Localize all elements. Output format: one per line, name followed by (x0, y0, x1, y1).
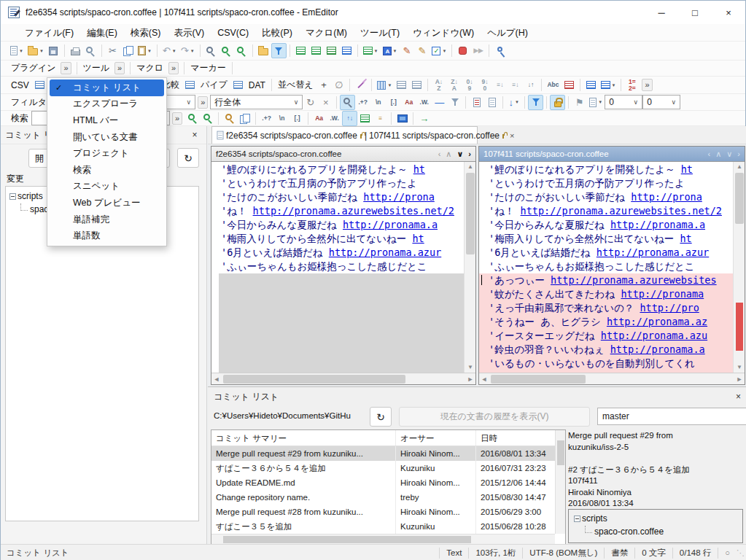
table-reload-button[interactable] (308, 43, 324, 58)
url-link[interactable]: http://pronama.azu (601, 330, 707, 341)
scrollbar-thumb[interactable] (491, 375, 586, 384)
csv-standard-button[interactable] (32, 77, 47, 93)
table-vertical-scrollbar[interactable] (555, 430, 565, 534)
scroll-left-icon[interactable]: ◄ (211, 373, 222, 385)
plugin-menu-item[interactable]: スニペット (50, 179, 164, 195)
record-macro-button[interactable] (455, 43, 470, 58)
right-vertical-scrollbar[interactable]: ▲ ▼ (733, 162, 745, 373)
scroll-down-icon[interactable]: ▼ (734, 362, 745, 373)
commit-panel-close-button[interactable]: × (736, 392, 741, 402)
find-next2-button[interactable] (200, 111, 215, 126)
url-link[interactable]: http://pronama.azur (329, 246, 441, 258)
menu-ツール(T)[interactable]: ツール(T) (354, 25, 406, 41)
table-open-button[interactable] (339, 43, 354, 58)
search-overflow-overflow-button[interactable]: » (172, 112, 182, 125)
commit-table-row[interactable]: Merge pull request #28 from kuzuniku...H… (211, 505, 565, 519)
url-link[interactable]: http://pronama.azurewebsites.net/2 (253, 205, 454, 217)
search-separator-button[interactable]: [.] (290, 111, 305, 126)
scroll-right-icon[interactable]: ► (465, 373, 475, 385)
plugin-menu-item[interactable]: 単語補完 (50, 211, 164, 228)
prev-diff-icon[interactable]: ‹ (438, 149, 441, 159)
url-link[interactable]: http://pronama.a (343, 219, 438, 230)
expand-collapse-icon[interactable] (572, 516, 582, 522)
filter-refresh-button[interactable]: ↻ (303, 95, 318, 110)
column-header[interactable]: コミット サマリー (211, 430, 396, 446)
filter-options-button[interactable]: ▼ (587, 95, 605, 110)
filter-case-button[interactable]: Aa (401, 95, 416, 110)
minimize-button[interactable]: ─ (645, 1, 678, 24)
filter-apply-button[interactable] (340, 95, 355, 110)
plugin-menu-item[interactable]: Web プレビュー (50, 195, 164, 211)
filter-escape-button[interactable]: \n (370, 95, 386, 110)
column-edit-button[interactable] (394, 77, 409, 93)
left-pane-body[interactable]: '鯉のぼりになれるアプリを開発したよ～ ht'というわけで五月病の予防アプリ作っ… (211, 162, 475, 373)
sort-none-button[interactable]: ∅ (331, 77, 346, 93)
sync-status-icon[interactable]: ○ (718, 548, 737, 559)
search-go-button[interactable]: → (416, 111, 432, 126)
find-all-button[interactable] (222, 111, 237, 126)
url-link[interactable]: http://prona (631, 191, 702, 203)
left-vertical-scrollbar[interactable]: ▲ ▼ (464, 162, 475, 373)
table-sync-button[interactable] (324, 43, 339, 58)
filter-scope-combobox[interactable]: 行全体∨ (210, 95, 303, 109)
toolbar-overflow-button[interactable]: » (61, 62, 71, 74)
table-mode-button[interactable] (293, 43, 308, 58)
menu-検索(S)[interactable]: 検索(S) (124, 25, 168, 41)
edit-macro-button[interactable]: ✎ (399, 43, 414, 58)
filter-count-before-combobox[interactable]: 0∨ (605, 95, 642, 109)
sort-90-button[interactable]: 9↓ 0 (477, 77, 492, 93)
repo-refresh-button[interactable]: ↻ (370, 407, 392, 427)
find-button[interactable] (203, 43, 219, 58)
url-link[interactable]: http://prona (363, 191, 435, 203)
plugin-menu-item[interactable]: エクスプローラ (50, 96, 164, 113)
scrollbar-thumb[interactable] (223, 536, 471, 543)
filter-overflow-overflow-button[interactable]: » (198, 96, 208, 109)
redo-button[interactable]: ↷▼ (179, 43, 197, 58)
menu-マクロ(M)[interactable]: マクロ(M) (299, 25, 354, 41)
cut-button[interactable]: ✂ (105, 43, 120, 58)
url-link[interactable]: ht (680, 233, 691, 244)
run-to-cursor-button[interactable]: ▶▶ (470, 43, 486, 58)
cell-options-button[interactable]: ▼ (599, 77, 618, 93)
macro-list-button[interactable]: ✎ (414, 43, 430, 58)
up-diff-icon[interactable]: ∧ (446, 149, 451, 159)
column-header[interactable]: 日時 (476, 430, 552, 446)
show-history-button[interactable]: 現在の文書の履歴を表示(V) (399, 407, 590, 427)
maximize-button[interactable]: □ (678, 1, 712, 24)
search-display-button[interactable] (395, 111, 410, 126)
url-link[interactable]: ht (681, 163, 693, 175)
expand-collapse-icon[interactable] (7, 193, 18, 200)
copy-button[interactable] (120, 43, 136, 58)
menu-編集(E)[interactable]: 編集(E) (80, 25, 124, 41)
plugin-menu-item[interactable]: 開いている文書 (50, 129, 164, 146)
commit-table-row[interactable]: すぱこー３５を追加Kuzuniku2015/06/28 10:28 (211, 519, 565, 534)
tree-node-child[interactable]: spaco-cron.coffee (572, 525, 739, 538)
search-escape-button[interactable]: \n (274, 111, 290, 126)
search-list-button[interactable]: ≡ (373, 111, 388, 126)
paste-button[interactable]: ▼ (136, 43, 154, 58)
find-in-files-button[interactable] (256, 43, 271, 58)
column-delete-button[interactable] (409, 77, 424, 93)
commit-table-row[interactable]: Change repository name.treby2015/08/30 1… (211, 490, 565, 505)
plugin-menu-item[interactable]: HTML バー (50, 112, 164, 129)
columns-button[interactable]: ▼ (375, 77, 394, 93)
scrollbar-thumb[interactable] (223, 375, 405, 384)
menu-表示(V)[interactable]: 表示(V) (167, 25, 211, 41)
find-previous-button[interactable] (184, 111, 200, 126)
sort-short-button[interactable]: ≡↓ (492, 77, 508, 93)
copy-results-button[interactable] (237, 111, 252, 126)
search-case-button[interactable]: Aa (311, 111, 327, 126)
url-link[interactable]: http://pronama.az (607, 316, 707, 327)
branch-combobox[interactable]: master ∨ (597, 408, 746, 425)
url-link[interactable]: http://pronama.a (610, 343, 705, 355)
search-regex-button[interactable]: .+? (259, 111, 274, 126)
plugin-menu-item[interactable]: プロジェクト (50, 145, 164, 162)
scroll-up-icon[interactable]: ▲ (734, 162, 745, 172)
tree-node-parent[interactable]: scripts (572, 512, 739, 525)
replace-button[interactable] (234, 43, 249, 58)
sort-long-button[interactable]: ≡↓ (508, 77, 523, 93)
down-diff-icon[interactable]: ∨ (456, 149, 463, 159)
print-button[interactable] (68, 43, 83, 58)
highlight-table-button[interactable] (562, 77, 577, 93)
filter-minus-button[interactable]: — (432, 95, 447, 110)
